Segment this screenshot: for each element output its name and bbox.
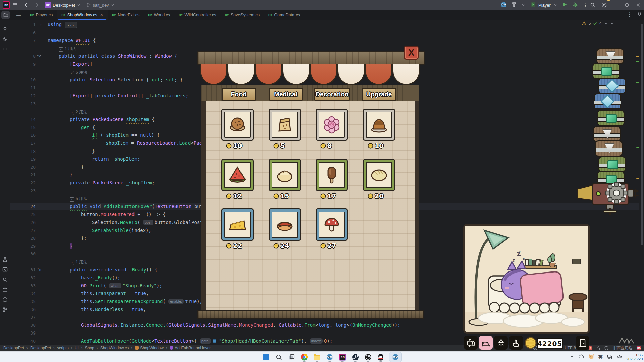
vcs-branch-selector[interactable]: salt_dev (84, 0, 117, 10)
more-tools-icon[interactable] (1, 45, 9, 53)
taskbar-explorer-icon[interactable] (313, 353, 321, 361)
chest-green-emerald[interactable] (598, 156, 626, 172)
chest-brown-silver[interactable] (595, 140, 623, 157)
notifications-bell-icon[interactable] (637, 11, 642, 18)
shop-item-cheese[interactable] (221, 208, 254, 241)
usages-label[interactable]: 6 用法 (76, 70, 87, 75)
shop-tab-upgrade[interactable]: Upgrade (362, 88, 396, 101)
breadcrumb-item[interactable]: ShopWindow (135, 346, 164, 350)
close-button[interactable] (633, 0, 643, 10)
taskbar-godot-icon[interactable] (325, 353, 334, 361)
taskbar-start-icon[interactable] (262, 353, 270, 361)
find-icon[interactable] (1, 276, 9, 284)
chevron-down-icon[interactable] (553, 3, 557, 7)
build-hammer-icon[interactable] (511, 2, 517, 9)
settings-gear-icon[interactable] (599, 0, 609, 10)
lock-icon[interactable] (596, 346, 600, 350)
pet-app-tray-icon[interactable] (589, 354, 594, 360)
shop-tab-food[interactable]: Food (222, 88, 256, 101)
usages-icon[interactable]: ↗ (70, 71, 74, 75)
ime-indicator[interactable]: 英 (598, 354, 603, 360)
hide-tabs-icon[interactable]: — (16, 13, 21, 18)
tab-nodeext-cs[interactable]: C#NodeExt.cs (108, 10, 144, 20)
breadcrumb-item[interactable]: DesktopPet (30, 346, 51, 350)
mailbox-button[interactable] (464, 336, 478, 350)
more-run-options-icon[interactable]: ⋮ (583, 3, 588, 8)
tab-gamedata-cs[interactable]: C#GameData.cs (264, 10, 304, 20)
usages-icon[interactable]: ↗ (70, 261, 74, 265)
shield-icon[interactable] (604, 346, 608, 350)
shop-item-candy-flower[interactable] (316, 109, 348, 141)
godot-editor-icon[interactable] (500, 2, 507, 9)
breadcrumb-item[interactable]: DesktopPet (3, 346, 24, 350)
tab-player-cs[interactable]: C#Player.cs (25, 10, 57, 20)
problems-icon[interactable] (1, 296, 9, 304)
tab-close-icon[interactable]: ✕ (100, 13, 103, 17)
shop-item-hotdog[interactable] (269, 208, 301, 241)
chest-green-emerald[interactable] (597, 110, 625, 126)
usages-label[interactable]: 1 用法 (76, 260, 87, 264)
cannon-machine[interactable] (577, 180, 641, 217)
shop-item-bread[interactable] (363, 159, 395, 191)
back-button[interactable] (21, 0, 32, 10)
commit-icon[interactable] (1, 25, 9, 33)
taskbar-chrome-icon[interactable] (300, 353, 309, 361)
chest-blue-diamond[interactable] (598, 78, 626, 94)
search-everywhere-icon[interactable] (588, 0, 598, 10)
breadcrumb-item[interactable]: AddTabButtonHover (170, 346, 211, 350)
shop-close-button[interactable]: X (404, 46, 419, 60)
shop-tab-decoration[interactable]: Decoration (314, 88, 350, 101)
structure-icon[interactable] (1, 35, 9, 43)
lamp-button[interactable] (494, 336, 508, 350)
taskbar-obs-icon[interactable] (364, 353, 372, 361)
usages-icon[interactable]: ↗ (59, 47, 63, 52)
debug-button[interactable] (573, 2, 578, 8)
usages-label[interactable]: 5 用法 (76, 196, 87, 201)
terminal-icon[interactable] (1, 265, 9, 274)
breadcrumb-item[interactable]: Shop (85, 346, 94, 350)
taskbar-rider-icon[interactable]: RD (338, 353, 347, 361)
usages-label[interactable]: 2 用法 (76, 110, 87, 114)
taskbar-clock[interactable]: 1:35 2025/5/20 (626, 353, 643, 361)
chevron-down-icon[interactable] (521, 3, 525, 7)
bed-button[interactable] (479, 336, 493, 350)
taskbar-godot-active-icon[interactable] (389, 352, 402, 362)
tab-wildcontroller-cs[interactable]: C#WildController.cs (174, 10, 220, 20)
override-gutter-icon[interactable]: ^o (37, 266, 41, 274)
chest-green-emerald[interactable] (592, 63, 620, 79)
taskbar-taskview-icon[interactable] (287, 353, 296, 361)
inspection-widget[interactable]: 5 4 (582, 21, 614, 26)
tray-chevron-icon[interactable] (570, 355, 574, 360)
build-icon[interactable] (1, 286, 9, 294)
project-selector[interactable]: DP DesktopPet (42, 0, 84, 10)
main-menu-button[interactable] (10, 0, 21, 10)
minimize-button[interactable] (610, 0, 621, 10)
volume-icon[interactable] (617, 354, 622, 360)
project-view-toggle[interactable] (1, 11, 10, 19)
git-icon[interactable] (1, 306, 9, 314)
chest-brown-silver[interactable] (593, 126, 621, 142)
shop-item-dumpling[interactable] (269, 159, 301, 191)
chest-blue-diamond[interactable] (594, 93, 621, 109)
fold-arrow-icon[interactable]: › (40, 21, 42, 29)
run-button[interactable] (562, 2, 567, 8)
breadcrumb-item[interactable]: scripts (57, 346, 69, 350)
chest-brown-silver[interactable] (596, 48, 624, 64)
run-config-name[interactable]: Player (538, 3, 551, 8)
shop-item-cookie[interactable] (221, 109, 254, 141)
shop-item-snack-bag[interactable] (269, 109, 301, 141)
door-button[interactable] (576, 336, 589, 350)
tab-shopwindow-cs[interactable]: C#ShopWindow.cs✕ (57, 10, 108, 20)
unit-tests-icon[interactable] (1, 255, 9, 263)
taskbar-search-icon[interactable] (274, 353, 283, 361)
shop-item-mushroom[interactable] (316, 208, 348, 241)
shop-tab-medical[interactable]: Medical (269, 88, 303, 101)
taskbar-qq-icon[interactable] (376, 353, 385, 361)
override-gutter-icon[interactable]: ^o (37, 52, 41, 60)
usages-label[interactable]: 1 用法 (65, 46, 76, 51)
more-icon[interactable]: ⋮ (627, 11, 632, 18)
onedrive-cloud-icon[interactable] (578, 354, 584, 360)
maximize-button[interactable] (622, 0, 632, 10)
forward-button[interactable] (32, 0, 42, 10)
tab-world-cs[interactable]: C#World.cs (144, 10, 174, 20)
